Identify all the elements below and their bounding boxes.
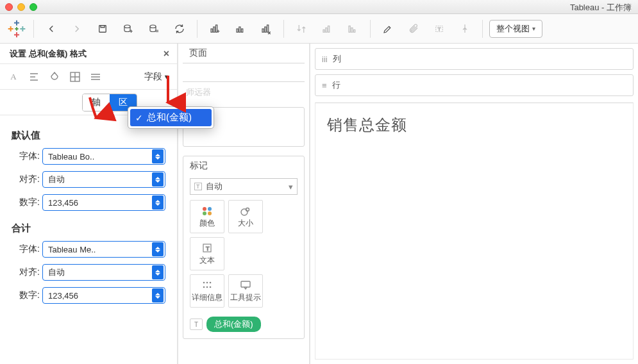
cards-column: 页面 师远器 标记 T自动 ▾ 颜色 大小 (178, 44, 310, 364)
clear-button[interactable] (255, 19, 277, 38)
shading-format-icon[interactable] (49, 71, 60, 83)
default-align-value: 自动 (48, 174, 65, 185)
text-button[interactable]: T 文本 (190, 237, 224, 270)
attach-button[interactable] (403, 19, 424, 38)
svg-point-33 (203, 211, 206, 215)
defaults-section-label: 默认值 (12, 129, 165, 142)
new-worksheet-button[interactable] (204, 19, 226, 38)
pages-shelf[interactable]: 页面 (183, 44, 305, 82)
refresh-button[interactable] (169, 19, 190, 38)
svg-point-42 (203, 286, 205, 288)
format-panel: 设置 总和(金额) 格式 × A 字段 ▼ 轴 区 默认值 字体: (0, 44, 178, 364)
number-label: 数字: (12, 197, 40, 208)
highlight-button[interactable] (377, 19, 399, 38)
svg-rect-45 (241, 281, 250, 287)
minimize-window-button[interactable] (17, 3, 25, 11)
svg-rect-23 (326, 28, 327, 32)
svg-rect-22 (323, 29, 324, 32)
sum-amount-pill[interactable]: 总和(金额) (206, 317, 261, 332)
stepper-icon (152, 288, 164, 302)
pause-data-button[interactable] (143, 19, 165, 38)
marks-card: 标记 T自动 ▾ 颜色 大小 T 文本 (183, 156, 305, 339)
annotation-arrow-1 (162, 74, 174, 111)
save-button[interactable] (92, 19, 113, 38)
total-number-select[interactable]: 123,456 (42, 287, 165, 304)
svg-point-39 (203, 281, 205, 283)
window-titlebar: Tableau - 工作簿 (0, 0, 638, 14)
total-font-select[interactable]: Tableau Me.. (42, 241, 165, 258)
svg-rect-17 (239, 27, 240, 32)
alignment-format-icon[interactable] (28, 71, 40, 83)
annotation-arrow-2 (86, 96, 104, 126)
maximize-window-button[interactable] (29, 3, 37, 11)
color-button-label: 颜色 (199, 218, 215, 229)
font-label: 字体: (12, 244, 40, 255)
sort-desc-button[interactable] (342, 19, 364, 38)
back-button[interactable] (40, 19, 62, 38)
swap-button[interactable] (290, 19, 312, 38)
svg-rect-18 (242, 29, 243, 32)
default-font-select[interactable]: Tableau Bo.. (42, 148, 165, 165)
close-button[interactable]: × (161, 47, 172, 61)
window-title: Tableau - 工作簿 (570, 2, 632, 13)
align-label: 对齐: (12, 174, 40, 185)
lines-format-icon[interactable] (90, 71, 101, 83)
svg-point-35 (241, 209, 248, 215)
color-button[interactable]: 颜色 (190, 200, 224, 233)
detail-button[interactable]: 详细信息 (190, 274, 224, 308)
svg-rect-13 (211, 29, 212, 32)
fit-dropdown[interactable]: 整个视图 ▾ (489, 20, 542, 38)
rows-shelf[interactable]: ≡ 行 (315, 74, 634, 96)
svg-point-34 (208, 211, 212, 215)
field-menu-item-sum-amount[interactable]: ✓ 总和(金额) (130, 109, 212, 126)
forward-button[interactable] (66, 19, 88, 38)
svg-point-11 (124, 25, 130, 28)
columns-shelf[interactable]: iii 列 (315, 48, 634, 70)
total-align-value: 自动 (48, 267, 65, 278)
mark-type-select[interactable]: T自动 ▾ (190, 178, 298, 195)
stepper-icon (152, 149, 164, 163)
field-menu-item-label: 总和(金额) (147, 112, 192, 124)
marks-label: 标记 (183, 156, 304, 176)
duplicate-button[interactable] (230, 19, 251, 38)
viz-canvas[interactable]: 销售总金额 (315, 103, 634, 360)
borders-format-icon[interactable] (69, 71, 81, 83)
viz-title: 销售总金额 (327, 115, 621, 135)
default-align-select[interactable]: 自动 (42, 171, 165, 188)
svg-point-32 (208, 207, 212, 211)
label-button[interactable]: T (428, 19, 450, 38)
obscured-label: 师远器 (178, 87, 309, 98)
font-label: 字体: (12, 151, 40, 162)
field-dropdown-label: 字段 (144, 71, 162, 83)
columns-label: 列 (333, 53, 341, 65)
pin-button[interactable] (454, 19, 476, 38)
default-number-select[interactable]: 123,456 (42, 194, 165, 211)
text-mark-icon: T (190, 318, 203, 330)
total-align-select[interactable]: 自动 (42, 264, 165, 281)
text-button-label: 文本 (199, 255, 215, 266)
font-format-icon[interactable]: A (8, 71, 19, 83)
stepper-icon (152, 265, 164, 279)
svg-rect-27 (354, 29, 355, 32)
mark-type-value: 自动 (206, 181, 222, 192)
svg-rect-20 (265, 27, 266, 32)
close-window-button[interactable] (5, 3, 13, 11)
main-toolbar: T 整个视图 ▾ (0, 14, 638, 44)
rows-label: 行 (332, 79, 340, 91)
total-number-value: 123,456 (48, 291, 78, 301)
worksheet-area: iii 列 ≡ 行 销售总金额 (310, 44, 638, 364)
new-data-source-button[interactable] (117, 19, 139, 38)
sort-asc-button[interactable] (316, 19, 338, 38)
svg-rect-14 (214, 27, 215, 32)
tooltip-button[interactable]: 工具提示 (228, 274, 263, 308)
window-controls (5, 3, 37, 11)
number-label: 数字: (12, 290, 40, 301)
default-number-value: 123,456 (48, 198, 78, 208)
size-button[interactable]: 大小 (228, 200, 263, 233)
align-label: 对齐: (12, 267, 40, 278)
svg-rect-21 (267, 25, 269, 32)
rows-icon: ≡ (322, 81, 327, 90)
svg-point-31 (203, 207, 206, 211)
tableau-logo-icon[interactable] (6, 19, 27, 39)
svg-rect-24 (328, 26, 330, 32)
